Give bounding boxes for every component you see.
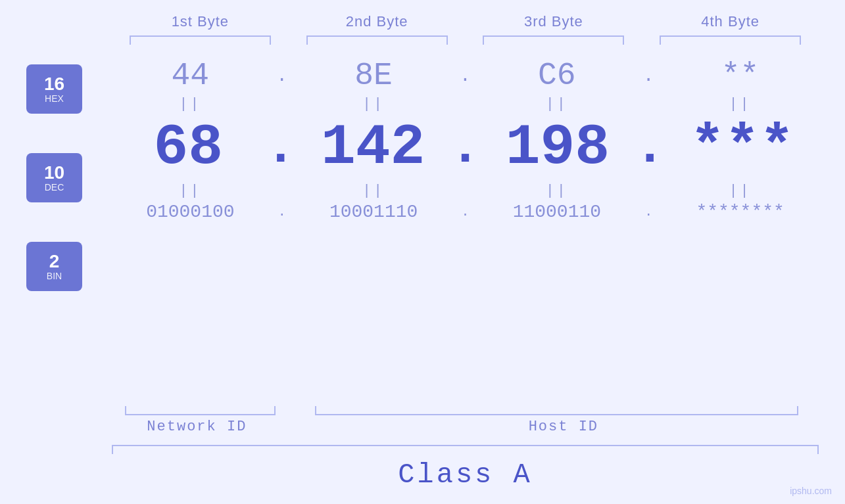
network-id-label: Network ID bbox=[112, 419, 308, 435]
eq-hex-dec-4: || bbox=[662, 96, 819, 112]
sep-dec-3: . bbox=[634, 118, 665, 177]
dec-byte2: 142 bbox=[321, 115, 425, 180]
class-label: Class A bbox=[112, 459, 819, 491]
hex-byte2: 8E bbox=[354, 58, 393, 93]
eq-hex-dec-3: || bbox=[479, 96, 636, 112]
bin-byte3: 11000110 bbox=[513, 202, 601, 222]
eq-dec-bin-4: || bbox=[662, 183, 819, 199]
sep-hex-3: . bbox=[635, 66, 662, 86]
dec-byte3: 198 bbox=[506, 115, 610, 180]
sep-hex-2: . bbox=[452, 66, 479, 86]
bin-badge: 2 BIN bbox=[26, 242, 82, 291]
sep-bin-2: . bbox=[452, 204, 479, 219]
eq-dec-bin-3: || bbox=[479, 183, 636, 199]
bin-byte2: 10001110 bbox=[329, 202, 418, 222]
hex-byte3: C6 bbox=[538, 58, 576, 93]
byte2-header: 2nd Byte bbox=[289, 13, 466, 30]
dec-byte4: *** bbox=[690, 115, 794, 180]
hex-number: 16 bbox=[44, 75, 64, 93]
eq-hex-dec-2: || bbox=[295, 96, 452, 112]
hex-badge: 16 HEX bbox=[26, 64, 82, 114]
bin-label: BIN bbox=[47, 271, 62, 281]
byte1-header: 1st Byte bbox=[112, 13, 289, 30]
dec-badge: 10 DEC bbox=[26, 153, 82, 202]
bin-byte1: 01000100 bbox=[146, 202, 234, 222]
hex-label: HEX bbox=[45, 93, 64, 104]
eq-dec-bin-2: || bbox=[295, 183, 452, 199]
bin-byte4: ******** bbox=[696, 202, 784, 222]
sep-dec-2: . bbox=[449, 118, 481, 177]
eq-dec-bin-1: || bbox=[112, 183, 269, 199]
sep-dec-1: . bbox=[265, 118, 297, 177]
byte3-header: 3rd Byte bbox=[466, 13, 642, 30]
watermark: ipshu.com bbox=[790, 486, 832, 496]
dec-label: DEC bbox=[45, 182, 64, 193]
dec-byte1: 68 bbox=[154, 115, 224, 180]
class-bracket bbox=[112, 445, 819, 454]
sep-hex-1: . bbox=[269, 66, 295, 86]
eq-hex-dec-1: || bbox=[112, 96, 269, 112]
byte4-header: 4th Byte bbox=[642, 13, 819, 30]
dec-number: 10 bbox=[44, 164, 64, 182]
sep-bin-3: . bbox=[635, 204, 662, 219]
hex-byte1: 44 bbox=[172, 58, 210, 93]
sep-bin-1: . bbox=[269, 204, 295, 219]
bin-number: 2 bbox=[49, 252, 60, 271]
hex-byte4: ** bbox=[721, 58, 760, 93]
host-id-label: Host ID bbox=[308, 419, 819, 435]
